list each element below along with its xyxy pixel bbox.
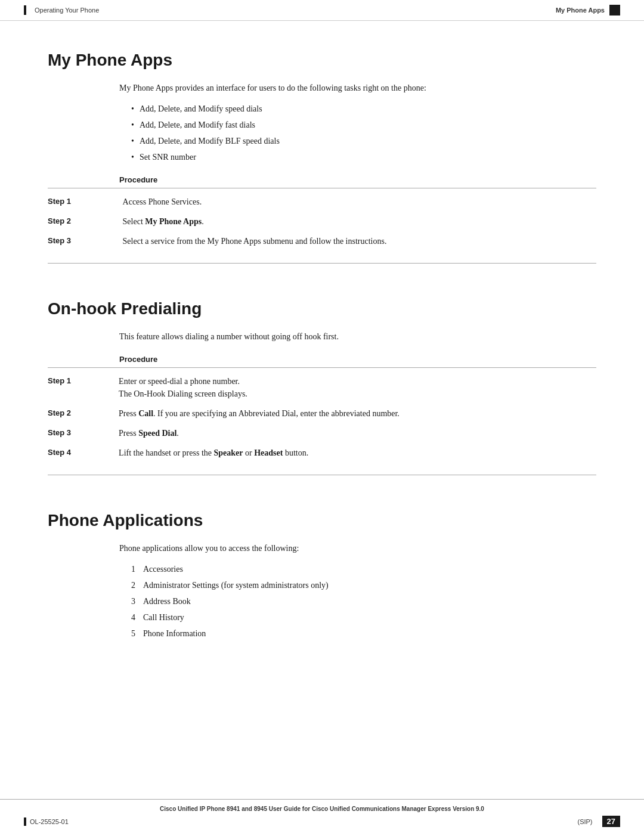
header-chapter-label: Operating Your Phone: [35, 7, 99, 14]
step-label: Step 3: [48, 423, 119, 443]
step-content: Select My Phone Apps.: [123, 212, 596, 231]
footer-sip-label: (SIP): [577, 818, 592, 825]
section-gap-2: [48, 487, 596, 505]
hr-top-2: [48, 367, 596, 368]
list-item: Set SNR number: [131, 151, 596, 163]
step-label: Step 3: [48, 231, 123, 251]
main-content: My Phone Apps My Phone Apps provides an …: [0, 21, 644, 696]
heading-on-hook-predialing: On-hook Predialing: [48, 299, 596, 318]
header-section-label: My Phone Apps: [556, 7, 605, 14]
step-content: Press Call. If you are specifying an Abb…: [119, 404, 596, 423]
list-item: Add, Delete, and Modify speed dials: [131, 103, 596, 115]
step-content: Lift the handset or press the Speaker or…: [119, 443, 596, 463]
footer-doc-number: OL-25525-01: [30, 818, 69, 825]
bold-text: Headset: [254, 448, 283, 457]
header-bar: Operating Your Phone My Phone Apps: [0, 0, 644, 21]
list-item: 3Address Book: [131, 595, 596, 608]
footer-left: OL-25525-01: [24, 817, 69, 826]
section-phone-applications: Phone Applications Phone applications al…: [48, 511, 596, 640]
list-item: 1Accessories: [131, 563, 596, 575]
header-bar-decoration: [24, 5, 26, 15]
step-label: Step 2: [48, 404, 119, 423]
footer-right: (SIP) 27: [577, 816, 620, 827]
numbered-list-phone-apps: 1Accessories 2Administrator Settings (fo…: [131, 563, 596, 640]
table-row: Step 1 Access Phone Services.: [48, 192, 596, 212]
step-label: Step 4: [48, 443, 119, 463]
bold-text: Speaker: [213, 448, 243, 457]
list-item: 4Call History: [131, 611, 596, 624]
heading-my-phone-apps: My Phone Apps: [48, 51, 596, 70]
hr-bottom-2: [48, 475, 596, 475]
header-left: Operating Your Phone: [24, 5, 99, 15]
step-content: Select a service from the My Phone Apps …: [123, 231, 596, 251]
step-label: Step 1: [48, 371, 119, 404]
bold-text: Call: [138, 409, 153, 418]
list-item: 2Administrator Settings (for system admi…: [131, 579, 596, 592]
intro-phone-applications: Phone applications allow you to access t…: [119, 542, 596, 555]
intro-my-phone-apps: My Phone Apps provides an interface for …: [119, 82, 596, 94]
steps-table-1: Step 1 Access Phone Services. Step 2 Sel…: [48, 192, 596, 251]
heading-phone-applications: Phone Applications: [48, 511, 596, 530]
step-content: Access Phone Services.: [123, 192, 596, 212]
page-container: Operating Your Phone My Phone Apps My Ph…: [0, 0, 644, 833]
bold-text: Speed Dial: [138, 429, 177, 438]
step-label: Step 1: [48, 192, 123, 212]
list-item: Add, Delete, and Modify BLF speed dials: [131, 135, 596, 147]
bullet-list-my-phone-apps: Add, Delete, and Modify speed dials Add,…: [131, 103, 596, 163]
list-item: 5Phone Information: [131, 627, 596, 640]
section-gap-1: [48, 275, 596, 293]
procedure-label-2: Procedure: [119, 355, 596, 364]
bold-text: My Phone Apps: [145, 217, 202, 226]
steps-table-2: Step 1 Enter or speed-dial a phone numbe…: [48, 371, 596, 463]
footer-page-number: 27: [602, 816, 620, 827]
table-row: Step 3 Press Speed Dial.: [48, 423, 596, 443]
section-my-phone-apps: My Phone Apps My Phone Apps provides an …: [48, 51, 596, 264]
step-content: Press Speed Dial.: [119, 423, 596, 443]
steps-area-1: Step 1 Access Phone Services. Step 2 Sel…: [48, 192, 596, 251]
table-row: Step 1 Enter or speed-dial a phone numbe…: [48, 371, 596, 404]
footer-bar-decoration: [24, 817, 26, 826]
footer-bottom: OL-25525-01 (SIP) 27: [24, 816, 620, 827]
table-row: Step 3 Select a service from the My Phon…: [48, 231, 596, 251]
procedure-label-1: Procedure: [119, 175, 596, 184]
steps-area-2: Step 1 Enter or speed-dial a phone numbe…: [48, 371, 596, 463]
hr-bottom-1: [48, 263, 596, 264]
table-row: Step 2 Press Call. If you are specifying…: [48, 404, 596, 423]
section-on-hook-predialing: On-hook Predialing This feature allows d…: [48, 299, 596, 475]
header-right: My Phone Apps: [556, 5, 620, 16]
header-black-box: [609, 5, 620, 16]
intro-on-hook-predialing: This feature allows dialing a number wit…: [119, 330, 596, 343]
step-content: Enter or speed-dial a phone number. The …: [119, 371, 596, 404]
list-item: Add, Delete, and Modify fast dials: [131, 119, 596, 131]
table-row: Step 4 Lift the handset or press the Spe…: [48, 443, 596, 463]
hr-top-1: [48, 188, 596, 188]
footer: Cisco Unified IP Phone 8941 and 8945 Use…: [0, 799, 644, 833]
footer-center-text: Cisco Unified IP Phone 8941 and 8945 Use…: [24, 806, 620, 812]
table-row: Step 2 Select My Phone Apps.: [48, 212, 596, 231]
step-label: Step 2: [48, 212, 123, 231]
